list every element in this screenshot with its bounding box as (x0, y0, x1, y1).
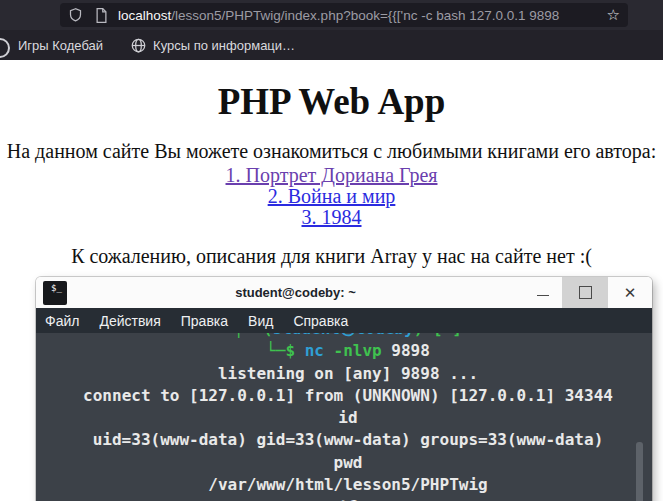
window-controls: ✕ (524, 277, 652, 308)
terminal-scrollbar-thumb[interactable] (636, 442, 643, 501)
partial-favicon-icon (0, 38, 10, 58)
not-found-text: К сожалению, описания для книги Array у … (0, 245, 663, 268)
menu-edit[interactable]: Правка (171, 313, 238, 329)
menu-file[interactable]: Файл (45, 313, 89, 329)
bookmark-item-courses[interactable]: Курсы по информаци… (131, 38, 295, 53)
terminal-title: student@codeby: ~ (67, 285, 524, 300)
bookmarks-bar: Игры Кодебай Курсы по информаци… (0, 30, 663, 60)
terminal-window: $_ student@codeby: ~ ✕ Файл Действия Пра… (36, 277, 652, 501)
close-button[interactable]: ✕ (608, 277, 652, 308)
web-page: PHP Web App На данном сайте Вы можете оз… (0, 60, 663, 501)
terminal-line: listening on [any] 9898 ... (44, 363, 652, 385)
terminal-titlebar[interactable]: $_ student@codeby: ~ ✕ (36, 277, 652, 308)
bookmark-label: Курсы по информаци… (153, 38, 295, 53)
terminal-menubar: Файл Действия Правка Вид Справка (36, 308, 652, 333)
minimize-icon (537, 295, 549, 296)
url-path: /lesson5/PHPTwig/index.php?book={{['nc -… (171, 8, 559, 23)
terminal-line: uid=33(www-data) gid=33(www-data) groups… (44, 429, 652, 451)
bookmark-star-icon[interactable]: ☆ (598, 3, 620, 27)
url-bar[interactable]: localhost/lesson5/PHPTwig/index.php?book… (60, 3, 628, 27)
book-links: 1. Портрет Дориана Грея 2. Война и мир 3… (0, 165, 663, 228)
terminal-app-icon: $_ (43, 281, 67, 305)
minimize-button[interactable] (524, 277, 562, 308)
terminal-line: pwd (44, 452, 652, 474)
browser-toolbar: localhost/lesson5/PHPTwig/index.php?book… (0, 0, 663, 30)
menu-help[interactable]: Справка (283, 313, 358, 329)
page-info-icon[interactable] (95, 8, 108, 23)
terminal-line: connect to [127.0.0.1] from (UNKNOWN) [1… (44, 385, 652, 407)
maximize-button[interactable] (562, 277, 608, 308)
intro-text: На данном сайте Вы можете ознакомиться с… (0, 140, 663, 163)
terminal-line: ^C (44, 496, 652, 501)
terminal-output[interactable]: ┌──(student㉿codeby)-[~]└─$ nc -nlvp 9898… (36, 333, 652, 501)
page-title: PHP Web App (0, 60, 663, 123)
screenshot-root: localhost/lesson5/PHPTwig/index.php?book… (0, 0, 663, 501)
url-host: localhost (118, 8, 171, 23)
terminal-line: /var/www/html/lesson5/PHPTwig (44, 474, 652, 496)
close-icon: ✕ (624, 284, 637, 302)
menu-actions[interactable]: Действия (89, 313, 170, 329)
terminal-line: └─$ nc -nlvp 9898 (44, 340, 652, 362)
shield-permissions-icon[interactable] (68, 7, 83, 23)
globe-icon (131, 38, 146, 53)
bookmark-item-games[interactable]: Игры Кодебай (18, 38, 103, 53)
book-link-3[interactable]: 3. 1984 (0, 207, 663, 228)
book-link-1[interactable]: 1. Портрет Дориана Грея (0, 165, 663, 186)
maximize-icon (579, 286, 592, 299)
bookmark-label: Игры Кодебай (18, 38, 103, 53)
terminal-line: id (44, 407, 652, 429)
book-link-2[interactable]: 2. Война и мир (0, 186, 663, 207)
menu-view[interactable]: Вид (238, 313, 283, 329)
terminal-line: ┌──(student㉿codeby)-[~] (44, 333, 652, 340)
url-text[interactable]: localhost/lesson5/PHPTwig/index.php?book… (118, 8, 598, 23)
